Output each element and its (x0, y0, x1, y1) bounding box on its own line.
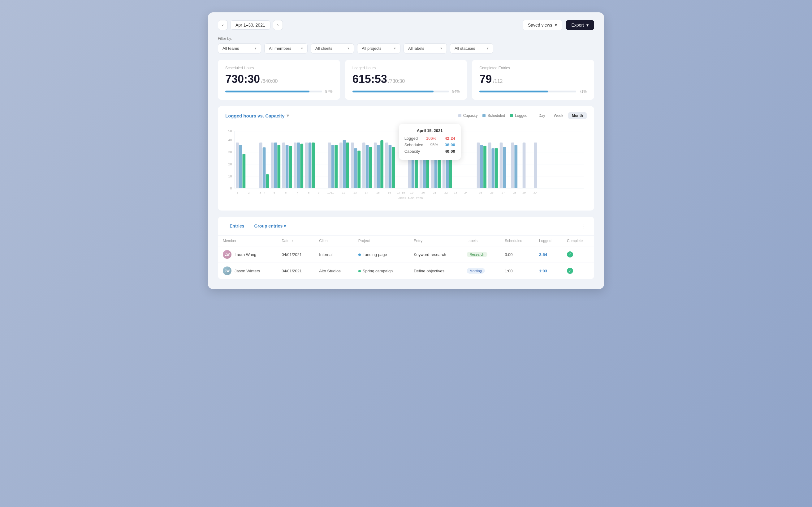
project-dot (358, 270, 361, 272)
entries-tabs: Entries Group entries ▾ (225, 222, 290, 230)
next-date-button[interactable]: › (273, 20, 283, 30)
svg-rect-42 (369, 147, 372, 188)
entry-scheduled: 3:00 (500, 246, 534, 263)
filter-members[interactable]: All members ▾ (264, 43, 308, 53)
tab-week[interactable]: Week (550, 112, 567, 119)
svg-rect-45 (380, 140, 384, 188)
chart-title[interactable]: Logged hours vs. Capacity ▾ (225, 113, 289, 118)
tab-group-entries[interactable]: Group entries ▾ (250, 222, 290, 230)
filter-clients[interactable]: All clients ▾ (311, 43, 354, 53)
svg-rect-44 (377, 145, 380, 188)
entry-client: Alto Studios (314, 263, 353, 279)
col-scheduled: Scheduled (500, 236, 534, 246)
stat-title-scheduled: Scheduled Hours (225, 66, 333, 70)
svg-rect-13 (236, 143, 239, 188)
filter-teams[interactable]: All teams ▾ (218, 43, 261, 53)
svg-rect-65 (492, 148, 495, 188)
tab-month[interactable]: Month (568, 112, 587, 119)
svg-rect-20 (274, 143, 277, 188)
stat-title-completed: Completed Entries (479, 66, 587, 70)
svg-text:20: 20 (229, 162, 232, 166)
col-complete: Complete (562, 236, 594, 246)
svg-rect-14 (239, 145, 242, 188)
scheduled-dot (483, 114, 486, 117)
svg-text:10: 10 (229, 174, 232, 178)
stat-title-logged: Logged Hours (352, 66, 460, 70)
filter-projects[interactable]: All projects ▾ (357, 43, 400, 53)
capacity-dot (458, 114, 461, 117)
chevron-down-icon: ▾ (348, 46, 349, 50)
svg-rect-28 (305, 143, 308, 188)
chevron-down-icon: ▾ (440, 46, 442, 50)
svg-rect-36 (346, 143, 349, 188)
legend-logged: Logged (510, 113, 527, 118)
svg-text:17: 17 (397, 191, 400, 194)
filter-labels[interactable]: All labels ▾ (404, 43, 447, 53)
date-range-button[interactable]: Apr 1–30, 2021 (230, 20, 270, 30)
filter-statuses[interactable]: All statuses ▾ (450, 43, 493, 53)
chart-header: Logged hours vs. Capacity ▾ Capacity Sch… (225, 112, 587, 119)
svg-rect-70 (514, 145, 517, 188)
top-actions: Saved views ▾ Export ▾ (523, 20, 594, 30)
chevron-down-icon: ▾ (284, 224, 286, 228)
svg-rect-27 (300, 144, 303, 188)
chart-controls: Capacity Scheduled Logged Day Week Month (458, 112, 587, 119)
col-entry: Entry (409, 236, 462, 246)
chevron-down-icon: ▾ (287, 113, 289, 118)
entry-label: Research (462, 246, 500, 263)
tooltip-row-logged: Logged 106% 42:24 (404, 136, 455, 140)
tab-entries[interactable]: Entries (225, 222, 249, 230)
entry-date: 04/01/2021 (276, 263, 314, 279)
svg-text:22: 22 (444, 191, 448, 194)
svg-rect-40 (362, 143, 365, 188)
saved-views-button[interactable]: Saved views ▾ (523, 20, 562, 30)
svg-text:9: 9 (318, 191, 319, 194)
svg-rect-46 (385, 143, 388, 188)
svg-rect-69 (511, 143, 514, 188)
more-options-button[interactable]: ⋮ (581, 223, 587, 229)
svg-rect-23 (286, 145, 289, 188)
top-bar: ‹ Apr 1–30, 2021 › Saved views ▾ Export … (218, 20, 594, 30)
stat-value-scheduled: 730:30 /840:00 (225, 73, 333, 86)
svg-rect-41 (366, 145, 369, 188)
status-badge: Meeting (467, 268, 485, 274)
chart-area: 0 10 20 30 40 50 (225, 124, 587, 204)
chevron-down-icon: ▾ (301, 46, 303, 50)
svg-rect-34 (340, 143, 343, 188)
svg-rect-21 (277, 145, 281, 188)
svg-rect-35 (343, 140, 346, 188)
entries-table-wrap: Member Date ↑ Client Project Entry Label… (218, 236, 594, 279)
export-button[interactable]: Export ▾ (566, 20, 594, 30)
filter-teams-label: All teams (222, 46, 239, 51)
svg-text:7: 7 (297, 191, 298, 194)
svg-rect-26 (297, 143, 300, 188)
stats-row: Scheduled Hours 730:30 /840:00 87% Logge… (218, 60, 594, 100)
member-name: Laura Wang (235, 252, 256, 257)
svg-text:2: 2 (248, 191, 249, 194)
tab-day[interactable]: Day (535, 112, 549, 119)
svg-text:20: 20 (421, 191, 425, 194)
svg-text:18: 18 (402, 191, 405, 194)
svg-rect-68 (503, 147, 506, 188)
prev-date-button[interactable]: ‹ (218, 20, 228, 30)
legend-capacity: Capacity (458, 113, 478, 118)
svg-rect-48 (392, 147, 395, 188)
svg-rect-24 (289, 146, 292, 188)
svg-text:19: 19 (410, 191, 413, 194)
col-labels: Labels (462, 236, 500, 246)
svg-text:13: 13 (353, 191, 357, 194)
complete-icon: ✓ (567, 268, 573, 274)
svg-rect-19 (271, 143, 274, 188)
svg-rect-16 (259, 143, 262, 188)
svg-text:8: 8 (308, 191, 309, 194)
svg-text:24: 24 (464, 191, 468, 194)
col-date[interactable]: Date ↑ (276, 236, 314, 246)
filter-statuses-label: All statuses (455, 46, 475, 51)
svg-rect-29 (308, 143, 312, 188)
stat-bar-scheduled: 87% (225, 89, 333, 94)
chart-tooltip: April 15, 2021 Logged 106% 42:24 Schedul… (399, 124, 461, 160)
entry-client: Internal (314, 246, 353, 263)
svg-rect-30 (312, 143, 315, 188)
svg-rect-15 (242, 154, 245, 188)
svg-text:40: 40 (229, 138, 232, 142)
